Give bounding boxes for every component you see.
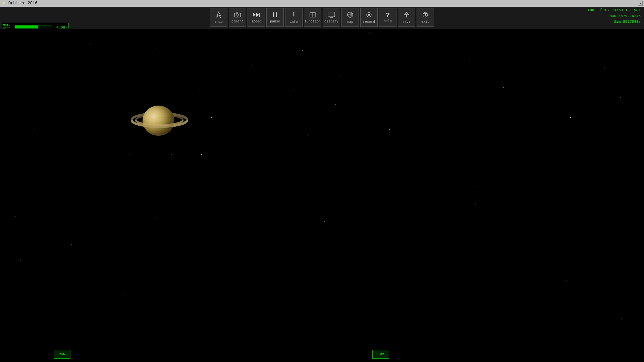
star (475, 186, 475, 187)
star (15, 216, 16, 217)
svg-marker-0 (217, 12, 221, 16)
star (303, 52, 304, 52)
svg-point-4 (236, 14, 239, 16)
star (71, 244, 72, 245)
record-icon (366, 11, 372, 19)
star (129, 155, 129, 155)
star (407, 204, 408, 204)
info-icon (291, 11, 297, 19)
titlebar: 🪐 Orbiter 2016 ✕ (0, 0, 644, 7)
star (264, 193, 264, 193)
toolbar-ship[interactable]: ship (210, 8, 227, 27)
toolbar-record[interactable]: record (360, 8, 378, 27)
star (243, 277, 244, 277)
toolbar-info[interactable]: info (285, 8, 303, 27)
star (313, 301, 313, 302)
star (537, 47, 537, 48)
star (530, 324, 530, 324)
star (289, 241, 289, 242)
help-label: help (384, 19, 392, 23)
svg-line-1 (217, 16, 218, 18)
star (307, 134, 308, 135)
toolbar-pause[interactable]: pause (266, 8, 284, 27)
function-icon (309, 12, 316, 19)
exit-label: exit (421, 20, 429, 24)
star (572, 160, 572, 160)
star (41, 65, 42, 65)
star (272, 94, 272, 95)
star (217, 259, 217, 260)
display-icon (328, 12, 335, 19)
star (71, 44, 71, 44)
star (15, 160, 15, 160)
pause-icon (272, 12, 278, 19)
star (219, 208, 219, 208)
star (69, 31, 69, 31)
star (5, 186, 5, 186)
star (503, 87, 504, 88)
star (482, 104, 482, 105)
saturn-container (131, 101, 188, 141)
star (551, 174, 552, 174)
star (258, 200, 258, 201)
svg-point-12 (293, 12, 294, 13)
svg-marker-7 (256, 13, 259, 17)
star (293, 90, 294, 90)
close-button[interactable]: ✕ (638, 1, 643, 6)
toolbar-display[interactable]: display (323, 8, 340, 27)
svg-point-31 (136, 115, 183, 125)
star (567, 280, 567, 281)
toolbar-map[interactable]: map (341, 8, 359, 27)
star (604, 67, 604, 68)
toolbar-speed[interactable]: speed (248, 8, 265, 27)
toolbar-function[interactable]: function (304, 8, 321, 27)
datetime-line2: MJD 44792.6245 (588, 13, 641, 19)
star (279, 47, 279, 47)
star (5, 59, 5, 59)
star (575, 211, 575, 211)
star (402, 74, 403, 74)
star (452, 204, 452, 205)
star (255, 229, 256, 229)
star (324, 221, 325, 222)
star (475, 203, 476, 203)
save-label: save (402, 20, 411, 24)
star (437, 198, 437, 199)
star (470, 60, 470, 61)
svg-point-25 (368, 14, 370, 16)
star (71, 278, 72, 278)
star (238, 300, 238, 300)
star (159, 166, 159, 166)
star (359, 324, 359, 324)
toolbar-exit[interactable]: exit (417, 8, 434, 27)
star (389, 129, 390, 130)
star (111, 74, 112, 74)
star (396, 173, 396, 173)
titlebar-left: 🪐 Orbiter 2016 (1, 1, 37, 6)
star (571, 165, 571, 165)
record-label: record (363, 20, 375, 24)
toolbar-camera[interactable]: camera (229, 8, 246, 27)
star (402, 169, 402, 169)
camera-icon (234, 12, 241, 19)
star (171, 155, 172, 155)
star (39, 327, 39, 327)
star (99, 76, 99, 76)
exit-icon (422, 11, 429, 19)
titlebar-icon: 🪐 (1, 1, 6, 6)
star (195, 190, 196, 190)
star (607, 43, 607, 43)
titlebar-title: Orbiter 2016 (8, 1, 37, 6)
toolbar-help[interactable]: ? help (379, 8, 396, 27)
function-label: function (305, 20, 321, 23)
svg-marker-6 (253, 13, 256, 17)
toolbar-save[interactable]: save (398, 8, 415, 27)
datetime-panel: Tue Jul 07 14:59:13 1981 MJD 44792.6245 … (588, 7, 641, 25)
map-icon (347, 11, 354, 19)
pwr-left-button[interactable]: PWR (54, 350, 70, 359)
pwr-right-button[interactable]: PWR (372, 350, 389, 359)
info-label: info (290, 20, 298, 24)
ship-icon (215, 11, 222, 19)
star (436, 111, 437, 111)
star (119, 104, 119, 104)
